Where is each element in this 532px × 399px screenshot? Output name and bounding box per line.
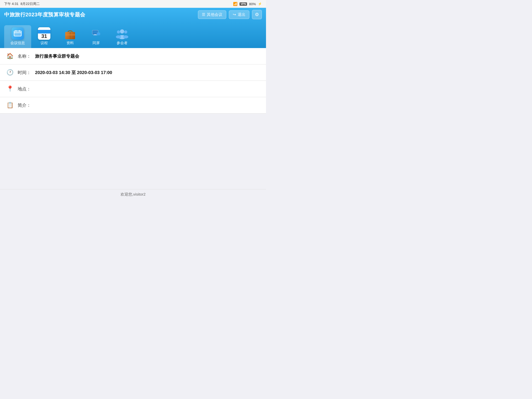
tab-materials-label: 资料 xyxy=(66,41,74,45)
calendar-top xyxy=(38,30,50,34)
time-label: 时间： xyxy=(18,70,31,76)
gear-icon: ⚙ xyxy=(255,12,259,17)
home-icon: 🏠 xyxy=(6,53,14,59)
list-icon: ☰ xyxy=(202,12,205,17)
header-actions: ☰ 其他会议 ↪ 退出 ⚙ xyxy=(198,10,262,19)
tab-screen-share[interactable]: 同屏 xyxy=(83,25,109,48)
time-value: 2020-03-03 14:30 至 2020-03-03 17:00 xyxy=(35,70,112,76)
other-meetings-button[interactable]: ☰ 其他会议 xyxy=(198,10,226,19)
app-title: 中旅旅行2023年度预算审核专题会 xyxy=(4,11,85,18)
meeting-icon-bg xyxy=(11,27,24,40)
tab-screen-share-label: 同屏 xyxy=(92,41,100,45)
exit-label: 退出 xyxy=(238,12,245,17)
svg-rect-10 xyxy=(94,34,96,35)
time-row: 🕐 时间： 2020-03-03 14:30 至 2020-03-03 17:0… xyxy=(0,64,266,81)
header-top: 中旅旅行2023年度预算审核专题会 ☰ 其他会议 ↪ 退出 ⚙ xyxy=(4,8,262,21)
footer: 欢迎您,visitor2 xyxy=(0,189,266,200)
tab-meeting-info[interactable]: 会议信息 xyxy=(4,25,31,48)
other-meetings-label: 其他会议 xyxy=(207,12,222,17)
location-row: 📍 地点： xyxy=(0,81,266,97)
battery-percent: 80% xyxy=(249,2,256,6)
welcome-text: 欢迎您,visitor2 xyxy=(121,192,146,197)
agenda-icon: 31 xyxy=(38,27,50,40)
name-row: 🏠 名称： 旅行服务事业群专题会 xyxy=(0,48,266,64)
tab-bar: 会议信息 31 议程 xyxy=(4,21,262,48)
status-right: 📶 VPN 80% ⚡ xyxy=(233,2,262,6)
tab-participants[interactable]: 参会者 xyxy=(109,25,135,48)
content-area: 🏠 名称： 旅行服务事业群专题会 🕐 时间： 2020-03-03 14:30 … xyxy=(0,48,266,114)
svg-point-17 xyxy=(116,35,121,38)
status-time-date: 下午 4:31 8月22日周二 xyxy=(4,2,40,6)
svg-point-14 xyxy=(120,29,124,34)
location-icon: 📍 xyxy=(6,85,14,92)
svg-rect-2 xyxy=(19,30,20,32)
svg-rect-0 xyxy=(14,31,21,36)
clock-icon: 🕐 xyxy=(6,69,14,76)
screen-share-icon xyxy=(90,27,102,40)
tab-agenda[interactable]: 31 议程 xyxy=(31,25,57,48)
svg-rect-1 xyxy=(16,30,16,32)
notes-icon: 📋 xyxy=(6,102,14,109)
status-date: 8月22日周二 xyxy=(21,2,40,6)
tab-agenda-label: 议程 xyxy=(41,41,48,45)
exit-button[interactable]: ↪ 退出 xyxy=(229,10,249,19)
calendar-number: 31 xyxy=(41,34,47,40)
intro-row: 📋 简介： xyxy=(0,97,266,114)
calendar-icon-bg: 31 xyxy=(38,27,50,40)
charging-icon: ⚡ xyxy=(258,2,262,6)
status-time: 下午 4:31 xyxy=(4,2,18,6)
settings-button[interactable]: ⚙ xyxy=(252,10,262,19)
intro-label: 简介： xyxy=(18,102,31,108)
materials-icon xyxy=(64,27,76,40)
wifi-icon: 📶 xyxy=(233,2,237,6)
svg-point-19 xyxy=(123,35,128,38)
exit-icon: ↪ xyxy=(233,12,236,17)
participants-icon xyxy=(116,27,128,40)
tab-meeting-info-label: 会议信息 xyxy=(10,41,25,45)
svg-rect-13 xyxy=(97,33,99,35)
svg-rect-11 xyxy=(93,35,97,35)
location-label: 地点： xyxy=(18,86,31,92)
tab-participants-label: 参会者 xyxy=(117,41,128,45)
name-value: 旅行服务事业群专题会 xyxy=(35,53,79,59)
header: 中旅旅行2023年度预算审核专题会 ☰ 其他会议 ↪ 退出 ⚙ xyxy=(0,8,266,48)
svg-point-16 xyxy=(117,30,120,34)
vpn-badge: VPN xyxy=(240,2,247,6)
tab-materials[interactable]: 资料 xyxy=(57,25,83,48)
status-bar: 下午 4:31 8月22日周二 📶 VPN 80% ⚡ xyxy=(0,0,266,8)
svg-point-18 xyxy=(124,30,127,34)
meeting-info-icon xyxy=(11,27,24,40)
svg-rect-7 xyxy=(65,34,75,36)
name-label: 名称： xyxy=(18,53,31,59)
